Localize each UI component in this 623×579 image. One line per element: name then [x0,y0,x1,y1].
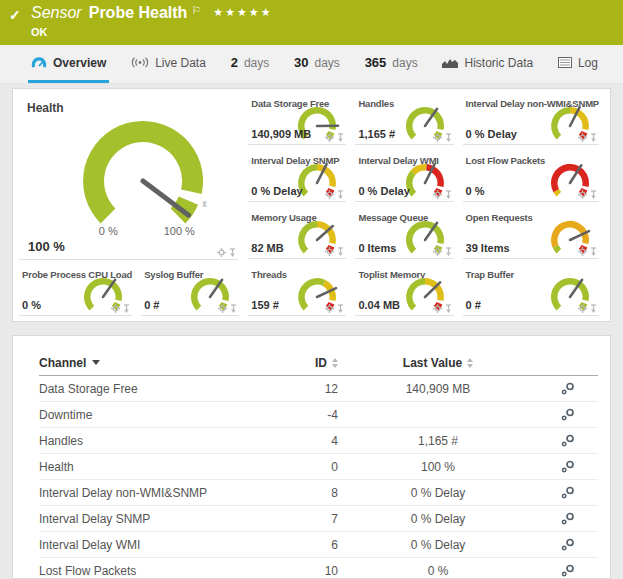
channel-name-link[interactable]: Data Storage Free [39,382,138,396]
gear-icon[interactable] [433,247,442,256]
channel-last-value-cell: 0 % [338,564,538,578]
tab-log[interactable]: Log [555,45,601,83]
channel-name-link[interactable]: Interval Delay non-WMI&SNMP [39,486,207,500]
pin-icon[interactable] [445,133,452,142]
channel-name-link[interactable]: Handles [39,434,83,448]
tab-historic-data[interactable]: Historic Data [439,45,536,83]
gear-icon[interactable] [218,304,227,313]
gauge-card[interactable]: Syslog Buffer 0 # [141,264,239,316]
gauge-card[interactable]: Memory Usage 82 MB [248,207,346,259]
channel-settings-button[interactable] [538,434,598,447]
gauge-actions [325,247,344,256]
channel-name-link[interactable]: Interval Delay WMI [39,538,140,552]
gauge-card[interactable]: Message Queue 0 Items [355,207,453,259]
channel-settings-button[interactable] [538,512,598,525]
channel-settings-gears-icon [561,460,575,473]
table-row[interactable]: Lost Flow Packets 10 0 % [39,558,598,579]
channel-settings-button[interactable] [538,382,598,395]
tab-365-days[interactable]: 365 days [362,45,421,83]
gauge-value: 140,909 MB [251,128,311,140]
pin-icon[interactable] [445,304,452,313]
pin-icon[interactable] [230,304,237,313]
gear-icon[interactable] [433,304,442,313]
sensor-title-line: SensorProbe Health⚐★★★★★ [31,4,273,22]
tab-2-days-unit: days [244,56,269,70]
gauge-card[interactable]: Lost Flow Packets 0 % [463,150,599,202]
tab-365-days-number: 365 [365,55,387,70]
pin-icon[interactable] [445,247,452,256]
log-icon [558,57,572,68]
tab-live-data-label: Live Data [155,56,206,70]
table-row[interactable]: Interval Delay WMI 6 0 % Delay [39,532,598,558]
gear-icon[interactable] [578,133,587,142]
gear-icon[interactable] [325,304,334,313]
column-header-channel[interactable]: Channel [39,356,278,370]
gear-icon[interactable] [578,304,587,313]
channel-name-link[interactable]: Interval Delay SNMP [39,512,150,526]
channel-settings-button[interactable] [538,460,598,473]
priority-stars[interactable]: ★★★★★ [213,6,272,18]
gear-icon[interactable] [433,133,442,142]
gauge-value: 1,165 # [358,128,395,140]
channel-last-value-cell: 140,909 MB [338,382,538,396]
channel-settings-gears-icon [561,564,575,577]
channel-settings-button[interactable] [538,538,598,551]
channel-settings-button[interactable] [538,408,598,421]
tab-live-data[interactable]: Live Data [128,45,209,83]
channel-name-link[interactable]: Lost Flow Packets [39,564,136,578]
pin-icon[interactable] [590,247,597,256]
gauge-icon [31,56,47,69]
table-row[interactable]: Interval Delay SNMP 7 0 % Delay [39,506,598,532]
column-header-last-value[interactable]: Last Value [338,356,538,370]
channel-last-value-cell: 0 % Delay [338,538,538,552]
tab-overview[interactable]: Overview [28,45,109,83]
column-header-id[interactable]: ID [278,356,338,370]
gauge-actions [111,304,130,313]
tab-30-days[interactable]: 30 days [291,45,343,83]
health-gauge-max-label: 100 % [154,225,204,237]
gauge-card[interactable]: Probe Process CPU Load 0 % [19,264,132,316]
gauge-card[interactable]: Interval Delay SNMP 0 % Delay [248,150,346,202]
table-row[interactable]: Health 0 100 % [39,454,598,480]
health-gauge-card[interactable]: Health 0 % 100 % x̄ 100 % [19,93,238,260]
pin-icon[interactable] [123,304,130,313]
table-row[interactable]: Handles 4 1,165 # [39,428,598,454]
gauge-card[interactable]: Trap Buffer 0 # [463,264,599,316]
pin-icon[interactable] [590,133,597,142]
gauge-card[interactable]: Interval Delay WMI 0 % Delay [355,150,453,202]
gauge-card[interactable]: Toplist Memory 0.04 MB [355,264,453,316]
pin-icon[interactable] [337,247,344,256]
gear-icon[interactable] [217,248,226,257]
gauge-card[interactable]: Open Requests 39 Items [463,207,599,259]
channel-settings-button[interactable] [538,564,598,577]
table-row[interactable]: Data Storage Free 12 140,909 MB [39,376,598,402]
pin-icon[interactable] [337,133,344,142]
gear-icon[interactable] [325,190,334,199]
gear-icon[interactable] [433,190,442,199]
channel-settings-button[interactable] [538,486,598,499]
gauge-card[interactable]: Data Storage Free 140,909 MB [248,93,346,145]
gear-icon[interactable] [325,247,334,256]
gear-icon[interactable] [578,247,587,256]
channel-id-cell: 10 [278,564,338,578]
gear-icon[interactable] [578,190,587,199]
gauge-card[interactable]: Threads 159 # [248,264,346,316]
channel-name-link[interactable]: Health [39,460,74,474]
table-row[interactable]: Interval Delay non-WMI&SNMP 8 0 % Delay [39,480,598,506]
pin-icon[interactable] [337,304,344,313]
gauge-actions [325,133,344,142]
pin-icon[interactable] [229,248,236,257]
pin-icon[interactable] [445,190,452,199]
pin-icon[interactable] [590,304,597,313]
gear-icon[interactable] [111,304,120,313]
gauge-card[interactable]: Interval Delay non-WMI&SNMP 0 % Delay [463,93,599,145]
priority-flag-icon[interactable]: ⚐ [191,4,201,16]
pin-icon[interactable] [337,190,344,199]
pin-icon[interactable] [590,190,597,199]
table-row[interactable]: Downtime -4 [39,402,598,428]
gauge-value: 0 % Delay [466,128,517,140]
channel-name-link[interactable]: Downtime [39,408,92,422]
tab-2-days[interactable]: 2 days [228,45,273,83]
gauge-card[interactable]: Handles 1,165 # [355,93,453,145]
gear-icon[interactable] [325,133,334,142]
